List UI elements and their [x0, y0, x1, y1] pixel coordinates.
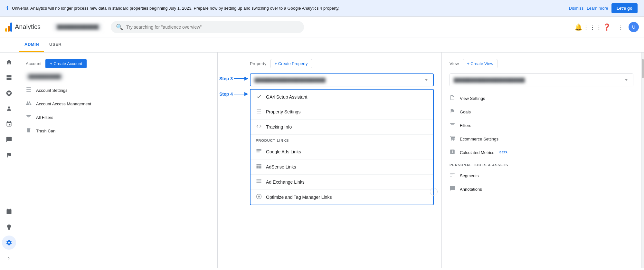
- filters-item[interactable]: Filters: [450, 119, 633, 132]
- segments-item[interactable]: Segments: [450, 169, 633, 182]
- calculated-metrics-icon: [450, 149, 456, 156]
- step4-label: Step 4: [219, 92, 233, 97]
- beta-badge: BETA: [499, 151, 508, 154]
- sidebar-item-home[interactable]: [2, 55, 16, 69]
- logo-bar-yellow: [5, 28, 7, 32]
- property-dropdown-menu: GA4 Setup Assistant Property Settings: [250, 89, 434, 205]
- right-scrollbar[interactable]: [641, 53, 644, 268]
- tracking-info-item[interactable]: Tracking Info: [251, 120, 433, 135]
- sidebar-item-settings[interactable]: [2, 236, 16, 250]
- create-property-button[interactable]: + Create Property: [270, 59, 312, 68]
- ga4-setup-item[interactable]: GA4 Setup Assistant: [251, 90, 433, 104]
- logo: Analytics: [5, 23, 41, 32]
- account-access-label: Account Access Management: [36, 101, 91, 106]
- banner-dismiss-link[interactable]: Dismiss: [569, 6, 584, 11]
- view-column: View + Create View █████████████████████…: [442, 53, 641, 268]
- property-selector[interactable]: ████████████████████████: [250, 73, 434, 86]
- header-search: 🔍: [111, 21, 304, 33]
- step3-wrapper: Step 3 ████████████████████████: [250, 73, 434, 86]
- filters-label: Filters: [460, 123, 471, 128]
- trash-can-label: Trash Can: [36, 129, 55, 133]
- step4-wrapper: Step 4 GA4 Setup Assistant: [250, 89, 434, 205]
- avatar[interactable]: U: [629, 22, 639, 32]
- calculated-metrics-item[interactable]: Calculated Metrics BETA: [450, 146, 633, 159]
- all-filters-item[interactable]: All Filters: [26, 111, 210, 124]
- header-divider: [47, 22, 47, 32]
- tab-bar: ADMIN USER: [0, 37, 644, 53]
- logo-bar-orange: [8, 26, 10, 32]
- ad-exchange-item[interactable]: Ad Exchange Links: [251, 175, 433, 190]
- ecommerce-icon: [450, 135, 456, 142]
- account-column: Account + Create Account ███████████ Acc…: [18, 53, 218, 268]
- header: Analytics ██████████████ 🔍 🔔 ⋮⋮⋮ ❓ ⋮ U: [0, 17, 644, 37]
- optimize-item[interactable]: Optimize and Tag Manager Links: [251, 190, 433, 205]
- content-area: Account + Create Account ███████████ Acc…: [18, 53, 644, 268]
- sidebar-item-behavior[interactable]: [2, 132, 16, 147]
- account-col-header: Account + Create Account: [26, 59, 210, 68]
- property-col-title: Property: [250, 61, 267, 66]
- svg-rect-7: [259, 166, 261, 167]
- apps-button[interactable]: ⋮⋮⋮: [586, 21, 599, 34]
- sidebar-item-reports[interactable]: [2, 86, 16, 100]
- ecommerce-item[interactable]: Ecommerce Settings: [450, 132, 633, 146]
- more-options-button[interactable]: ⋮: [614, 21, 627, 34]
- sidebar-item-conversions[interactable]: [2, 148, 16, 162]
- search-input[interactable]: [126, 24, 299, 30]
- sidebar-item-acquisition[interactable]: [2, 117, 16, 131]
- account-access-icon: [26, 100, 32, 107]
- sidebar-bottom: ›: [2, 205, 16, 265]
- ad-exchange-label: Ad Exchange Links: [266, 179, 305, 185]
- svg-point-13: [258, 196, 260, 198]
- header-account-name: ██████████████: [54, 23, 102, 31]
- view-settings-item[interactable]: View Settings: [450, 92, 633, 105]
- app-title: Analytics: [15, 23, 41, 31]
- info-icon: ℹ: [6, 5, 9, 12]
- svg-rect-9: [257, 179, 261, 180]
- create-account-button[interactable]: + Create Account: [45, 59, 87, 68]
- trash-can-item[interactable]: Trash Can: [26, 124, 210, 138]
- adsense-links-item[interactable]: AdSense Links: [251, 159, 433, 175]
- property-settings-label: Property Settings: [266, 109, 300, 114]
- property-settings-icon: [256, 108, 262, 115]
- sidebar-expand-button[interactable]: ›: [2, 251, 16, 265]
- adsense-links-label: AdSense Links: [266, 164, 296, 169]
- view-dropdown-chevron-icon: [623, 77, 629, 83]
- sidebar-item-share[interactable]: [2, 205, 16, 219]
- step3-annotation: Step 3: [219, 76, 250, 81]
- banner-learn-link[interactable]: Learn more: [587, 6, 608, 11]
- segments-icon: [450, 172, 456, 179]
- view-select-value: ████████████████████████: [454, 78, 525, 82]
- help-button[interactable]: ❓: [600, 21, 613, 34]
- property-settings-item[interactable]: Property Settings: [251, 104, 433, 120]
- ga4-icon: [256, 93, 262, 101]
- property-col-header: Property + Create Property: [250, 59, 434, 68]
- banner-letsgo-button[interactable]: Let's go: [611, 3, 638, 13]
- view-selector[interactable]: ████████████████████████: [450, 73, 633, 86]
- sidebar-item-dashboard[interactable]: [2, 71, 16, 85]
- step4-annotation: Step 4: [219, 92, 250, 97]
- google-ads-icon: [256, 148, 262, 155]
- svg-rect-4: [257, 152, 260, 152]
- search-box[interactable]: 🔍: [111, 21, 304, 33]
- ga4-label: GA4 Setup Assistant: [266, 94, 307, 100]
- account-access-item[interactable]: Account Access Management: [26, 97, 210, 111]
- svg-rect-11: [257, 182, 261, 183]
- sidebar-item-users[interactable]: [2, 101, 16, 116]
- goals-item[interactable]: Goals: [450, 105, 633, 119]
- add-property-circle[interactable]: +: [430, 188, 438, 196]
- tab-user[interactable]: USER: [44, 37, 67, 52]
- sidebar: ›: [0, 53, 18, 268]
- annotations-item[interactable]: Annotations: [450, 182, 633, 196]
- tab-admin[interactable]: ADMIN: [19, 37, 44, 52]
- create-view-button[interactable]: + Create View: [463, 59, 497, 68]
- personal-tools-header: PERSONAL TOOLS & ASSETS: [450, 159, 633, 169]
- goals-icon: [450, 108, 456, 115]
- dropdown-chevron-icon: [423, 77, 429, 83]
- account-settings-item[interactable]: Account Settings: [26, 83, 210, 97]
- google-ads-links-item[interactable]: Google Ads Links: [251, 144, 433, 159]
- header-actions: 🔔 ⋮⋮⋮ ❓ ⋮ U: [572, 21, 639, 34]
- svg-rect-6: [257, 166, 259, 169]
- banner-text: Universal Analytics will no longer proce…: [12, 6, 566, 11]
- all-filters-label: All Filters: [36, 115, 53, 120]
- sidebar-item-discover[interactable]: [2, 220, 16, 234]
